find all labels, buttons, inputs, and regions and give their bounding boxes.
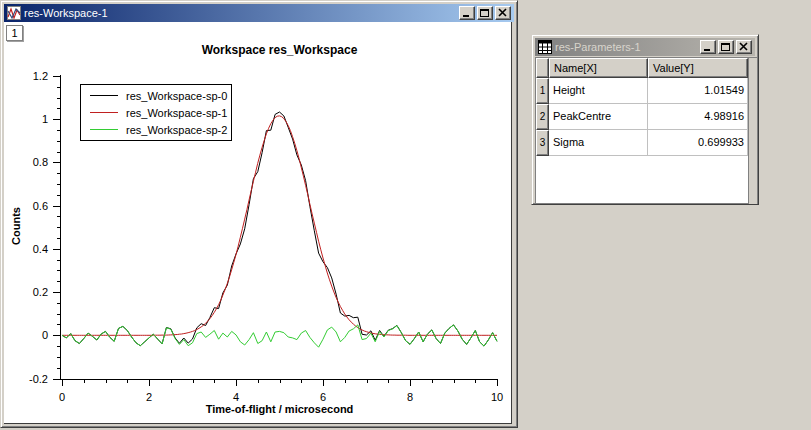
row-header[interactable]: 2 bbox=[536, 104, 549, 130]
y-tick-label: 0 bbox=[42, 329, 48, 341]
x-tick-label: 10 bbox=[491, 391, 503, 403]
curve-res_Workspace-sp-0 bbox=[62, 112, 497, 346]
pane-1-button[interactable]: 1 bbox=[6, 25, 23, 41]
y-tick-label: 0.4 bbox=[33, 243, 48, 255]
parameters-window-title: res-Parameters-1 bbox=[555, 41, 700, 53]
table-right-margin bbox=[748, 58, 757, 204]
column-header-name[interactable]: Name[X] bbox=[549, 58, 648, 78]
close-icon[interactable] bbox=[495, 6, 511, 20]
cell-value[interactable]: 0.699933 bbox=[648, 130, 748, 156]
y-tick-label: 0.8 bbox=[33, 156, 48, 168]
cell-name[interactable]: Height bbox=[549, 78, 648, 104]
plot-area[interactable]: -0.200.20.40.60.811.20246810 bbox=[4, 22, 512, 424]
x-tick-label: 4 bbox=[233, 391, 239, 403]
table-icon bbox=[538, 40, 552, 54]
graph-canvas[interactable]: Workspace res_Workspace Counts Time-of-f… bbox=[4, 22, 512, 424]
cell-name[interactable]: Sigma bbox=[549, 130, 648, 156]
workspace-window: res-Workspace-1 Workspace res_Workspace … bbox=[0, 0, 518, 428]
parameters-window: res-Parameters-1 Name[X] Value[Y] 1Heigh… bbox=[531, 34, 759, 205]
cell-name[interactable]: PeakCentre bbox=[549, 104, 648, 130]
curve-res_Workspace-sp-1 bbox=[62, 116, 497, 335]
desktop: { "colors": { "window_face": "#d4d0c8", … bbox=[0, 0, 811, 430]
y-tick-label: 0.6 bbox=[33, 200, 48, 212]
x-tick-label: 2 bbox=[146, 391, 152, 403]
workspace-window-title: res-Workspace-1 bbox=[24, 7, 459, 19]
x-tick-label: 0 bbox=[59, 391, 65, 403]
y-tick-label: 1.2 bbox=[33, 70, 48, 82]
workspace-titlebar[interactable]: res-Workspace-1 bbox=[4, 4, 514, 22]
curve-res_Workspace-sp-2 bbox=[62, 325, 497, 347]
minimize-button[interactable] bbox=[459, 6, 475, 20]
corner-cell[interactable] bbox=[536, 58, 549, 78]
close-icon[interactable] bbox=[736, 40, 752, 54]
maximize-button[interactable] bbox=[718, 40, 734, 54]
row-header[interactable]: 1 bbox=[536, 78, 549, 104]
cell-value[interactable]: 1.01549 bbox=[648, 78, 748, 104]
y-tick-label: -0.2 bbox=[29, 373, 48, 385]
graph-icon bbox=[7, 6, 21, 20]
parameters-table: Name[X] Value[Y] 1Height1.015492PeakCent… bbox=[535, 57, 757, 203]
minimize-button[interactable] bbox=[700, 40, 716, 54]
y-tick-label: 0.2 bbox=[33, 286, 48, 298]
maximize-button[interactable] bbox=[477, 6, 493, 20]
cell-value[interactable]: 4.98916 bbox=[648, 104, 748, 130]
column-header-value[interactable]: Value[Y] bbox=[648, 58, 748, 78]
parameters-titlebar[interactable]: res-Parameters-1 bbox=[535, 38, 755, 56]
y-tick-label: 1 bbox=[42, 113, 48, 125]
row-header[interactable]: 3 bbox=[536, 130, 549, 156]
x-tick-label: 6 bbox=[320, 391, 326, 403]
x-tick-label: 8 bbox=[407, 391, 413, 403]
